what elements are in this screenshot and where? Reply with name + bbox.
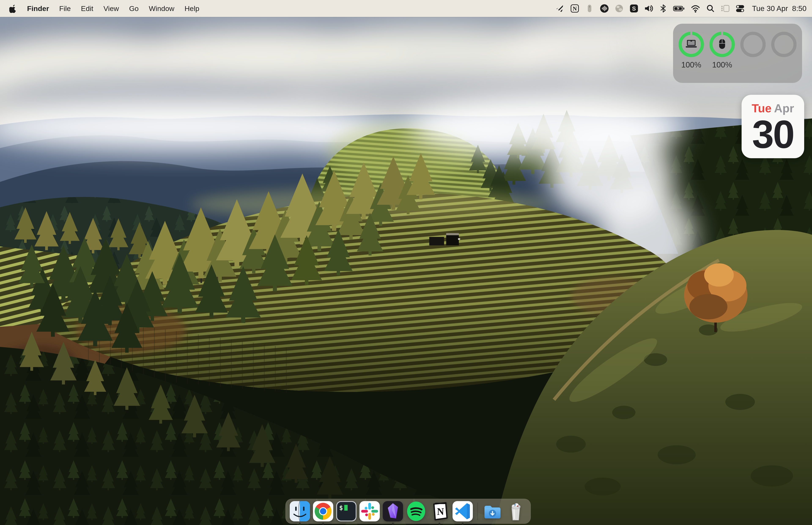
terminal-icon: $ [336,501,356,521]
menu-edit[interactable]: Edit [76,4,98,13]
battery-ring-empty [740,32,766,57]
svg-text:N: N [573,5,577,12]
menu-go[interactable]: Go [124,4,143,13]
slack-icon [359,501,380,521]
battery-cell-laptop: 100% [676,32,707,70]
running-indicator [392,523,394,525]
mouse-battery-icon[interactable] [585,3,594,14]
vscode-icon [453,501,473,521]
notion-status-icon[interactable]: N [570,3,580,14]
capture-cursor-icon[interactable] [555,3,565,14]
downloads-folder-icon [482,501,503,521]
dock-obsidian[interactable] [383,501,403,521]
bluetooth-icon[interactable] [659,3,668,14]
laptop-icon [685,39,698,49]
menu-window[interactable]: Window [144,4,180,13]
globe-icon[interactable] [614,3,624,14]
battery-percent-laptop: 100% [681,60,701,70]
obsidian-icon [383,501,403,521]
stage-manager-icon[interactable] [720,3,730,14]
dock-divider [477,502,478,520]
dock-finder[interactable] [290,501,310,521]
spotify-icon [406,501,426,521]
battery-cell-empty-1 [738,32,768,70]
running-indicator [299,523,301,525]
mouse-icon [719,39,726,50]
menu-help[interactable]: Help [180,4,204,13]
battery-ring-mouse [709,32,735,57]
control-center-icon[interactable] [735,3,745,14]
notion-icon: N [429,501,449,521]
dock-slack[interactable] [359,501,380,521]
menu-bar-clock[interactable]: Tue 30 Apr 8:50 [752,4,807,13]
dock-chrome[interactable] [313,501,333,521]
volume-icon[interactable] [644,3,654,14]
mic-levels-icon[interactable] [599,3,609,14]
desktop: Finder File Edit View Go Window Help N [0,0,812,525]
calendar-day: 30 [741,114,804,154]
chrome-icon [313,501,333,521]
finder-icon [290,501,310,521]
dock: $ [286,499,531,524]
menu-bar-left: Finder File Edit View Go Window Help [5,4,204,13]
spotlight-icon[interactable] [706,3,715,14]
running-indicator [462,523,464,525]
menu-bar-status: N [553,3,807,14]
menu-bar: Finder File Edit View Go Window Help N [0,0,812,17]
apple-menu-icon[interactable] [9,4,17,13]
trash-full-icon [506,501,526,521]
menu-file[interactable]: File [54,4,76,13]
running-indicator [322,523,324,525]
s-app-icon[interactable]: S [629,3,639,14]
battery-cell-mouse: 100% [707,32,738,70]
battery-percent-mouse: 100% [712,60,732,70]
dock-notion[interactable]: N [429,501,449,521]
dock-trash[interactable] [506,501,526,521]
battery-ring-laptop [678,32,704,57]
battery-ring-empty [771,32,797,57]
calendar-widget[interactable]: TueApr 30 [741,95,804,158]
svg-text:$: $ [339,504,343,511]
dock-spotify[interactable] [406,501,426,521]
active-app-name[interactable]: Finder [22,4,54,13]
svg-text:N: N [437,506,444,517]
battery-charging-icon[interactable] [673,3,685,14]
dock-downloads-folder[interactable] [482,501,503,521]
dock-vscode[interactable] [453,501,473,521]
dock-terminal[interactable]: $ [336,501,356,521]
wifi-icon[interactable] [690,3,701,14]
running-indicator [439,523,441,525]
menu-view[interactable]: View [98,4,124,13]
svg-text:S: S [632,5,635,12]
battery-widget[interactable]: 100% 100% [673,24,802,83]
battery-cell-empty-2 [768,32,799,70]
